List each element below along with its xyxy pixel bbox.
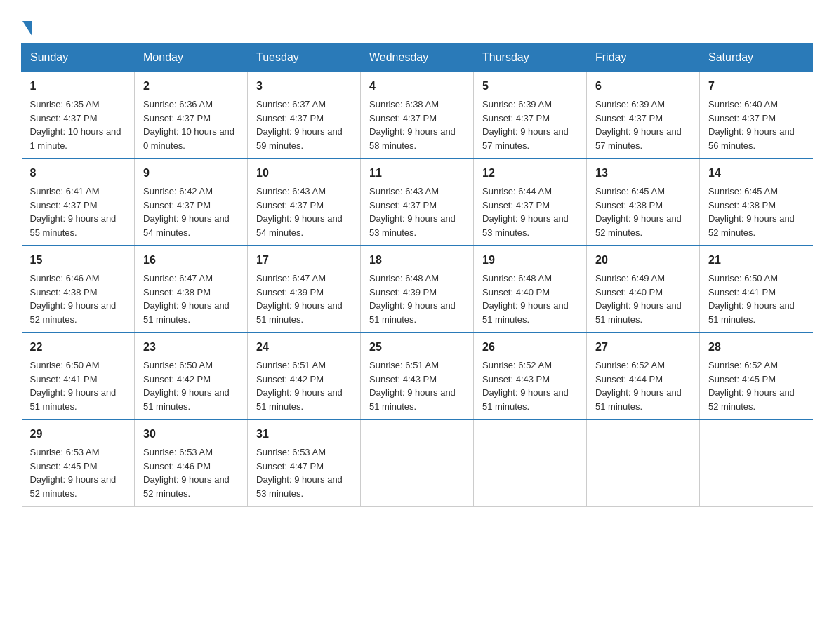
day-number: 4 xyxy=(369,78,465,95)
calendar-cell: 21Sunrise: 6:50 AMSunset: 4:41 PMDayligh… xyxy=(700,246,813,333)
day-number: 23 xyxy=(143,339,239,356)
day-info: Sunrise: 6:38 AMSunset: 4:37 PMDaylight:… xyxy=(369,99,456,151)
day-number: 31 xyxy=(256,426,352,443)
day-number: 30 xyxy=(143,426,239,443)
day-info: Sunrise: 6:51 AMSunset: 4:42 PMDaylight:… xyxy=(256,360,343,412)
day-number: 26 xyxy=(482,339,578,356)
calendar-cell: 25Sunrise: 6:51 AMSunset: 4:43 PMDayligh… xyxy=(361,333,474,420)
header-wednesday: Wednesday xyxy=(361,44,474,72)
header-thursday: Thursday xyxy=(474,44,587,72)
calendar-header-row: SundayMondayTuesdayWednesdayThursdayFrid… xyxy=(22,44,813,72)
day-number: 6 xyxy=(595,78,691,95)
day-info: Sunrise: 6:36 AMSunset: 4:37 PMDaylight:… xyxy=(143,99,234,151)
day-number: 7 xyxy=(708,78,805,95)
calendar-week-row: 1Sunrise: 6:35 AMSunset: 4:37 PMDaylight… xyxy=(22,72,813,159)
calendar-cell: 3Sunrise: 6:37 AMSunset: 4:37 PMDaylight… xyxy=(248,72,361,159)
day-info: Sunrise: 6:48 AMSunset: 4:40 PMDaylight:… xyxy=(482,273,569,325)
day-info: Sunrise: 6:52 AMSunset: 4:45 PMDaylight:… xyxy=(708,360,795,412)
day-info: Sunrise: 6:45 AMSunset: 4:38 PMDaylight:… xyxy=(595,186,682,238)
calendar-table: SundayMondayTuesdayWednesdayThursdayFrid… xyxy=(21,43,813,507)
calendar-cell: 26Sunrise: 6:52 AMSunset: 4:43 PMDayligh… xyxy=(474,333,587,420)
day-info: Sunrise: 6:51 AMSunset: 4:43 PMDaylight:… xyxy=(369,360,456,412)
calendar-cell: 27Sunrise: 6:52 AMSunset: 4:44 PMDayligh… xyxy=(587,333,700,420)
day-info: Sunrise: 6:47 AMSunset: 4:38 PMDaylight:… xyxy=(143,273,230,325)
header-saturday: Saturday xyxy=(700,44,813,72)
header-sunday: Sunday xyxy=(22,44,135,72)
day-info: Sunrise: 6:44 AMSunset: 4:37 PMDaylight:… xyxy=(482,186,569,238)
day-number: 15 xyxy=(30,252,126,269)
day-number: 9 xyxy=(143,165,239,182)
day-info: Sunrise: 6:52 AMSunset: 4:44 PMDaylight:… xyxy=(595,360,682,412)
day-info: Sunrise: 6:49 AMSunset: 4:40 PMDaylight:… xyxy=(595,273,682,325)
calendar-cell xyxy=(587,420,700,507)
day-number: 28 xyxy=(708,339,805,356)
day-number: 13 xyxy=(595,165,691,182)
day-number: 5 xyxy=(482,78,578,95)
calendar-week-row: 15Sunrise: 6:46 AMSunset: 4:38 PMDayligh… xyxy=(22,246,813,333)
logo-arrow-icon xyxy=(22,21,32,36)
calendar-cell xyxy=(474,420,587,507)
calendar-cell: 31Sunrise: 6:53 AMSunset: 4:47 PMDayligh… xyxy=(248,420,361,507)
calendar-week-row: 29Sunrise: 6:53 AMSunset: 4:45 PMDayligh… xyxy=(22,420,813,507)
calendar-week-row: 22Sunrise: 6:50 AMSunset: 4:41 PMDayligh… xyxy=(22,333,813,420)
calendar-cell: 24Sunrise: 6:51 AMSunset: 4:42 PMDayligh… xyxy=(248,333,361,420)
calendar-cell: 2Sunrise: 6:36 AMSunset: 4:37 PMDaylight… xyxy=(135,72,248,159)
calendar-cell: 29Sunrise: 6:53 AMSunset: 4:45 PMDayligh… xyxy=(22,420,135,507)
calendar-week-row: 8Sunrise: 6:41 AMSunset: 4:37 PMDaylight… xyxy=(22,159,813,246)
day-number: 1 xyxy=(30,78,126,95)
day-info: Sunrise: 6:48 AMSunset: 4:39 PMDaylight:… xyxy=(369,273,456,325)
day-info: Sunrise: 6:53 AMSunset: 4:45 PMDaylight:… xyxy=(30,447,117,499)
day-number: 24 xyxy=(256,339,352,356)
day-info: Sunrise: 6:47 AMSunset: 4:39 PMDaylight:… xyxy=(256,273,343,325)
calendar-cell: 22Sunrise: 6:50 AMSunset: 4:41 PMDayligh… xyxy=(22,333,135,420)
calendar-cell: 9Sunrise: 6:42 AMSunset: 4:37 PMDaylight… xyxy=(135,159,248,246)
header-tuesday: Tuesday xyxy=(248,44,361,72)
day-number: 25 xyxy=(369,339,465,356)
calendar-cell xyxy=(700,420,813,507)
calendar-cell: 8Sunrise: 6:41 AMSunset: 4:37 PMDaylight… xyxy=(22,159,135,246)
calendar-cell: 10Sunrise: 6:43 AMSunset: 4:37 PMDayligh… xyxy=(248,159,361,246)
calendar-cell: 4Sunrise: 6:38 AMSunset: 4:37 PMDaylight… xyxy=(361,72,474,159)
day-info: Sunrise: 6:39 AMSunset: 4:37 PMDaylight:… xyxy=(595,99,682,151)
day-number: 22 xyxy=(30,339,126,356)
day-info: Sunrise: 6:43 AMSunset: 4:37 PMDaylight:… xyxy=(369,186,456,238)
day-info: Sunrise: 6:45 AMSunset: 4:38 PMDaylight:… xyxy=(708,186,795,238)
calendar-cell: 20Sunrise: 6:49 AMSunset: 4:40 PMDayligh… xyxy=(587,246,700,333)
day-number: 11 xyxy=(369,165,465,182)
calendar-cell: 18Sunrise: 6:48 AMSunset: 4:39 PMDayligh… xyxy=(361,246,474,333)
logo xyxy=(21,21,34,36)
day-number: 17 xyxy=(256,252,352,269)
day-number: 20 xyxy=(595,252,691,269)
day-info: Sunrise: 6:37 AMSunset: 4:37 PMDaylight:… xyxy=(256,99,343,151)
day-info: Sunrise: 6:35 AMSunset: 4:37 PMDaylight:… xyxy=(30,99,121,151)
calendar-cell: 15Sunrise: 6:46 AMSunset: 4:38 PMDayligh… xyxy=(22,246,135,333)
day-number: 14 xyxy=(708,165,805,182)
day-info: Sunrise: 6:50 AMSunset: 4:41 PMDaylight:… xyxy=(30,360,117,412)
page-header xyxy=(21,14,813,36)
day-info: Sunrise: 6:53 AMSunset: 4:46 PMDaylight:… xyxy=(143,447,230,499)
calendar-cell: 6Sunrise: 6:39 AMSunset: 4:37 PMDaylight… xyxy=(587,72,700,159)
day-number: 8 xyxy=(30,165,126,182)
day-number: 16 xyxy=(143,252,239,269)
day-number: 29 xyxy=(30,426,126,443)
calendar-cell: 5Sunrise: 6:39 AMSunset: 4:37 PMDaylight… xyxy=(474,72,587,159)
header-friday: Friday xyxy=(587,44,700,72)
day-number: 27 xyxy=(595,339,691,356)
day-number: 18 xyxy=(369,252,465,269)
calendar-cell: 17Sunrise: 6:47 AMSunset: 4:39 PMDayligh… xyxy=(248,246,361,333)
day-info: Sunrise: 6:50 AMSunset: 4:42 PMDaylight:… xyxy=(143,360,230,412)
calendar-cell: 11Sunrise: 6:43 AMSunset: 4:37 PMDayligh… xyxy=(361,159,474,246)
day-info: Sunrise: 6:40 AMSunset: 4:37 PMDaylight:… xyxy=(708,99,795,151)
calendar-cell xyxy=(361,420,474,507)
calendar-cell: 19Sunrise: 6:48 AMSunset: 4:40 PMDayligh… xyxy=(474,246,587,333)
day-number: 19 xyxy=(482,252,578,269)
day-info: Sunrise: 6:46 AMSunset: 4:38 PMDaylight:… xyxy=(30,273,117,325)
day-info: Sunrise: 6:41 AMSunset: 4:37 PMDaylight:… xyxy=(30,186,117,238)
day-info: Sunrise: 6:52 AMSunset: 4:43 PMDaylight:… xyxy=(482,360,569,412)
day-number: 2 xyxy=(143,78,239,95)
day-info: Sunrise: 6:53 AMSunset: 4:47 PMDaylight:… xyxy=(256,447,343,499)
calendar-cell: 7Sunrise: 6:40 AMSunset: 4:37 PMDaylight… xyxy=(700,72,813,159)
calendar-cell: 23Sunrise: 6:50 AMSunset: 4:42 PMDayligh… xyxy=(135,333,248,420)
calendar-cell: 14Sunrise: 6:45 AMSunset: 4:38 PMDayligh… xyxy=(700,159,813,246)
calendar-cell: 28Sunrise: 6:52 AMSunset: 4:45 PMDayligh… xyxy=(700,333,813,420)
